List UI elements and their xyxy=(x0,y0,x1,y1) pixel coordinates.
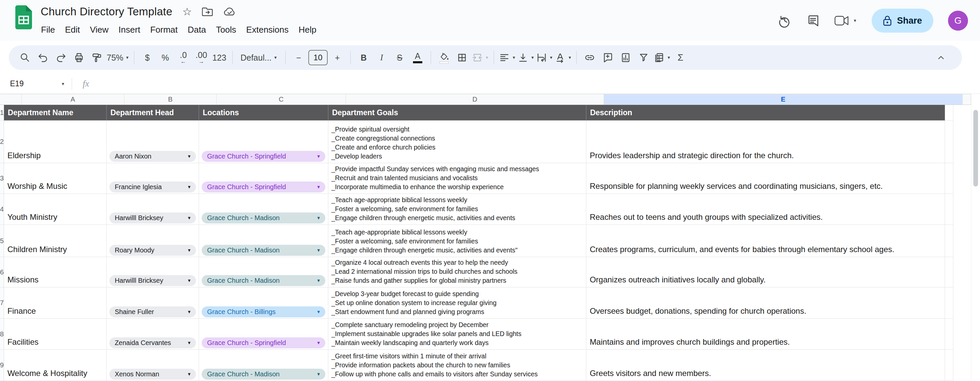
cell-location[interactable]: Grace Church - Madison▼ xyxy=(199,257,328,287)
font-size-input[interactable]: 10 xyxy=(308,49,328,67)
decrease-font-size-button[interactable]: − xyxy=(290,49,307,67)
menu-data[interactable]: Data xyxy=(183,23,211,37)
cell-description[interactable]: Oversees budget, donations, spending for… xyxy=(586,287,945,319)
cell-description[interactable]: Responsible for planning weekly services… xyxy=(586,163,945,194)
name-box[interactable]: E19 ▼ xyxy=(0,79,72,88)
zoom-select[interactable]: 75% ▼ xyxy=(107,49,129,67)
dropdown-chip[interactable]: Harwilll Bricksey▼ xyxy=(109,213,196,224)
column-header-partial[interactable] xyxy=(963,94,971,105)
avatar[interactable]: G xyxy=(948,11,968,31)
scrollbar-thumb[interactable] xyxy=(973,110,978,186)
star-icon[interactable]: ☆ xyxy=(182,6,192,17)
cell-department-head[interactable]: Roary Moody▼ xyxy=(107,225,199,257)
sheets-logo-icon[interactable] xyxy=(15,5,33,31)
cell-department-head[interactable]: Harwilll Bricksey▼ xyxy=(107,257,199,287)
cell-department-head[interactable]: Zenaida Cervantes▼ xyxy=(107,319,199,350)
cell-description[interactable]: Provides leadership and strategic direct… xyxy=(586,121,945,163)
row-number[interactable]: 7 xyxy=(0,287,4,319)
column-header-a[interactable]: A xyxy=(22,94,124,105)
insert-link-button[interactable] xyxy=(581,49,598,67)
cell-description[interactable]: Reaches out to teens and youth groups wi… xyxy=(586,194,945,225)
column-header-c[interactable]: C xyxy=(217,94,346,105)
dropdown-chip[interactable]: Grace Church - Madison▼ xyxy=(202,275,325,286)
fill-color-button[interactable] xyxy=(436,49,452,67)
cell-location[interactable]: Grace Church - Madison▼ xyxy=(199,225,328,257)
cell-department-goals[interactable]: _Organize 4 local outreach events this y… xyxy=(328,257,586,287)
merge-cells-button[interactable]: ▼ xyxy=(472,49,489,67)
column-header-e[interactable]: E xyxy=(604,94,963,105)
paint-format-button[interactable] xyxy=(89,49,105,67)
menu-format[interactable]: Format xyxy=(145,23,183,37)
dropdown-chip[interactable]: Zenaida Cervantes▼ xyxy=(109,337,196,348)
cell-department-name[interactable]: Missions xyxy=(4,257,107,287)
cell-department-goals[interactable]: _Complete sanctuary remodeling project b… xyxy=(328,319,586,350)
strikethrough-button[interactable]: S xyxy=(391,49,408,67)
format-currency-button[interactable]: $ xyxy=(139,49,156,67)
cell-location[interactable]: Grace Church - Madison▼ xyxy=(199,194,328,225)
dropdown-chip[interactable]: Harwilll Bricksey▼ xyxy=(109,275,196,286)
menu-help[interactable]: Help xyxy=(294,23,321,37)
cell-department-head[interactable]: Francine Iglesia▼ xyxy=(107,163,199,194)
cell-department-head[interactable]: Shaine Fuller▼ xyxy=(107,287,199,319)
menu-view[interactable]: View xyxy=(85,23,114,37)
cell-description[interactable]: Greets visitors and new members. xyxy=(586,350,945,381)
cell-location[interactable]: Grace Church - Billings▼ xyxy=(199,287,328,319)
cell-department-head[interactable]: Aaron Nixon▼ xyxy=(107,121,199,163)
cell-department-name[interactable]: Children Ministry xyxy=(4,225,107,257)
version-history-icon[interactable] xyxy=(778,14,792,28)
format-percent-button[interactable]: % xyxy=(157,49,173,67)
number-format-button[interactable]: 123 xyxy=(211,49,228,67)
move-folder-icon[interactable] xyxy=(202,7,213,17)
cell-department-name[interactable]: Welcome & Hospitality xyxy=(4,350,107,381)
print-button[interactable] xyxy=(71,49,88,67)
dropdown-chip[interactable]: Grace Church - Billings▼ xyxy=(202,306,325,318)
meet-call-button[interactable]: ▼ xyxy=(834,15,857,26)
cell-description[interactable]: Creates programs, curriculum, and events… xyxy=(586,225,945,257)
cell-department-goals[interactable]: _Provide spiritual oversight _Create con… xyxy=(328,121,586,163)
cell-department-goals[interactable]: _Teach age-appropriate biblical lessons … xyxy=(328,194,586,225)
increase-decimal-button[interactable]: .00→ xyxy=(193,49,210,67)
collapse-toolbar-button[interactable] xyxy=(933,49,949,67)
cell-location[interactable]: Grace Church - Springfield▼ xyxy=(199,163,328,194)
row-number[interactable]: 1 xyxy=(0,105,4,121)
font-select[interactable]: Defaul... ▼ xyxy=(237,49,281,67)
comments-icon[interactable] xyxy=(807,14,820,27)
header-department-goals[interactable]: Department Goals xyxy=(328,105,586,121)
create-filter-button[interactable] xyxy=(635,49,652,67)
menu-file[interactable]: File xyxy=(36,23,60,37)
borders-button[interactable] xyxy=(453,49,470,67)
cell-department-head[interactable]: Xenos Norman▼ xyxy=(107,350,199,381)
horizontal-align-button[interactable]: ▼ xyxy=(499,49,516,67)
decrease-decimal-button[interactable]: .0← xyxy=(175,49,192,67)
bold-button[interactable]: B xyxy=(355,49,372,67)
header-department-head[interactable]: Department Head xyxy=(107,105,199,121)
header-locations[interactable]: Locations xyxy=(199,105,328,121)
header-department-name[interactable]: Department Name xyxy=(4,105,107,121)
cell-description[interactable]: Organizes outreach initiatives locally a… xyxy=(586,257,945,287)
cell-department-name[interactable]: Worship & Music xyxy=(4,163,107,194)
dropdown-chip[interactable]: Aaron Nixon▼ xyxy=(109,151,196,162)
dropdown-chip[interactable]: Grace Church - Madison▼ xyxy=(202,369,325,379)
vertical-align-button[interactable]: ▼ xyxy=(517,49,535,67)
dropdown-chip[interactable]: Grace Church - Springfield▼ xyxy=(202,151,325,162)
cell-department-name[interactable]: Youth Ministry xyxy=(4,194,107,225)
row-number[interactable]: 3 xyxy=(0,163,4,194)
header-description[interactable]: Description xyxy=(586,105,945,121)
cell-department-name[interactable]: Facilities xyxy=(4,319,107,350)
row-number[interactable]: 5 xyxy=(0,225,4,257)
menu-extensions[interactable]: Extensions xyxy=(241,23,294,37)
row-number[interactable]: 8 xyxy=(0,319,4,350)
cell-department-name[interactable]: Finance xyxy=(4,287,107,319)
increase-font-size-button[interactable]: + xyxy=(329,49,346,67)
share-button[interactable]: Share xyxy=(872,9,933,33)
row-number[interactable]: 9 xyxy=(0,350,4,381)
cell-department-head[interactable]: Harwilll Bricksey▼ xyxy=(107,194,199,225)
italic-button[interactable]: I xyxy=(373,49,390,67)
column-header-d[interactable]: D xyxy=(346,94,604,105)
row-number[interactable]: 2 xyxy=(0,121,4,163)
redo-button[interactable] xyxy=(52,49,69,67)
row-number[interactable]: 4 xyxy=(0,194,4,225)
text-rotation-button[interactable]: ▼ xyxy=(555,49,572,67)
search-menus-button[interactable] xyxy=(17,49,33,67)
dropdown-chip[interactable]: Xenos Norman▼ xyxy=(109,369,196,379)
